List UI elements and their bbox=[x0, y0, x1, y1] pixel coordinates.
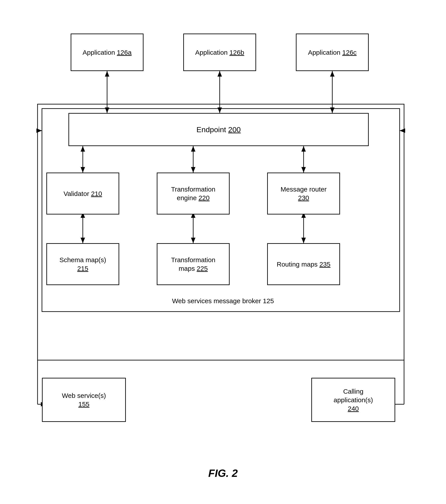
svg-marker-36 bbox=[37, 128, 42, 133]
app-c-label: Application 126c bbox=[308, 48, 357, 57]
svg-marker-16 bbox=[191, 167, 195, 173]
svg-marker-15 bbox=[191, 146, 195, 152]
svg-marker-38 bbox=[400, 128, 405, 133]
svg-marker-7 bbox=[218, 108, 222, 113]
broker-label: Web services message broker 125 bbox=[172, 297, 274, 305]
figure-caption: FIG. 2 bbox=[208, 467, 238, 479]
svg-marker-9 bbox=[330, 71, 334, 77]
svg-marker-6 bbox=[218, 71, 222, 77]
svg-marker-10 bbox=[330, 108, 334, 113]
app-a-label: Application 126a bbox=[83, 48, 131, 57]
trans-engine-label: Transformationengine 220 bbox=[171, 185, 216, 202]
validator-box: Validator 210 bbox=[46, 173, 119, 215]
msg-router-box: Message router230 bbox=[267, 173, 340, 215]
web-service-box: Web service(s)155 bbox=[42, 378, 126, 422]
endpoint-label: Endpoint 200 bbox=[197, 125, 241, 134]
app-c-box: Application 126c bbox=[296, 34, 369, 71]
trans-maps-label: Transformationmaps 225 bbox=[171, 255, 216, 273]
svg-marker-22 bbox=[81, 238, 85, 243]
app-b-box: Application 126b bbox=[183, 34, 256, 71]
endpoint-box: Endpoint 200 bbox=[68, 113, 369, 146]
svg-marker-12 bbox=[81, 146, 85, 152]
trans-maps-box: Transformationmaps 225 bbox=[157, 243, 230, 285]
svg-marker-13 bbox=[81, 167, 85, 173]
app-a-box: Application 126a bbox=[71, 34, 144, 71]
web-service-label: Web service(s)155 bbox=[62, 391, 106, 408]
schema-maps-label: Schema map(s)215 bbox=[59, 255, 106, 273]
diagram: Application 126a Application 126b Applic… bbox=[24, 20, 422, 484]
validator-label: Validator 210 bbox=[64, 189, 102, 198]
svg-marker-4 bbox=[105, 108, 109, 113]
svg-marker-3 bbox=[105, 71, 109, 77]
trans-engine-box: Transformationengine 220 bbox=[157, 173, 230, 215]
svg-marker-18 bbox=[301, 146, 306, 152]
calling-app-label: Callingapplication(s)240 bbox=[334, 387, 373, 413]
schema-maps-box: Schema map(s)215 bbox=[46, 243, 119, 285]
svg-marker-25 bbox=[191, 238, 195, 243]
msg-router-label: Message router230 bbox=[281, 185, 327, 202]
calling-app-box: Callingapplication(s)240 bbox=[311, 378, 395, 422]
svg-marker-19 bbox=[301, 167, 306, 173]
svg-marker-28 bbox=[301, 238, 306, 243]
app-b-label: Application 126b bbox=[195, 48, 244, 57]
routing-maps-label: Routing maps 235 bbox=[277, 260, 331, 269]
routing-maps-box: Routing maps 235 bbox=[267, 243, 340, 285]
